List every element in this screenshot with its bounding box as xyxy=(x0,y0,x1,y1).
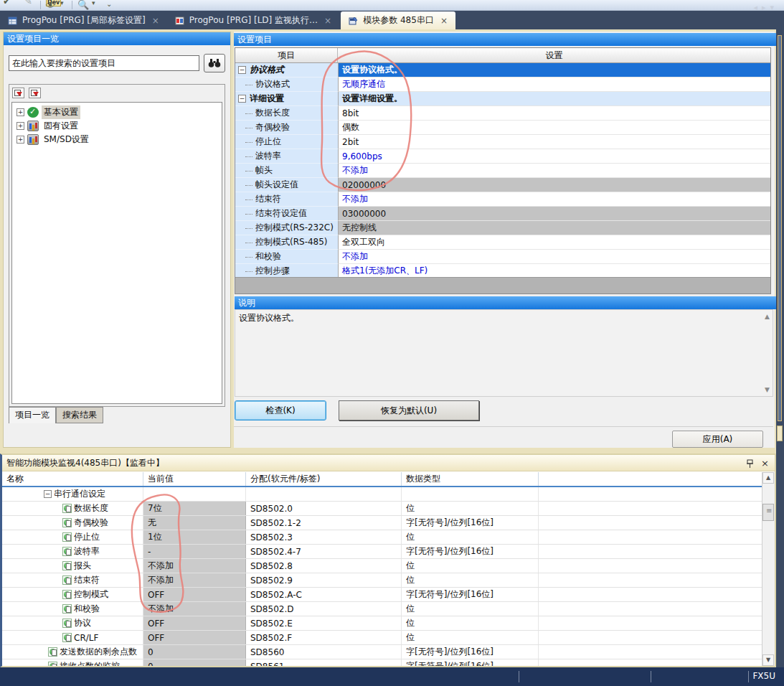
search-input[interactable] xyxy=(9,55,199,71)
setting-item-cell[interactable]: 结束符 xyxy=(235,192,338,207)
monitor-datatype-cell[interactable] xyxy=(402,487,539,501)
settings-row-8[interactable]: 帧头设定值02000000 xyxy=(235,178,770,192)
settings-row-7[interactable]: 帧头不添加 xyxy=(235,164,770,178)
tree-item-SM/SD设置[interactable]: +SM/SD设置 xyxy=(14,133,220,146)
monitor-name-cell[interactable]: 奇偶校验 xyxy=(2,516,143,530)
settings-row-2[interactable]: −详细设置设置详细设置。 xyxy=(235,92,770,106)
monitor-datatype-cell[interactable]: 字[无符号]/位列[16位] xyxy=(402,588,539,601)
document-tab-0[interactable]: ProgPou [PRG] [局部标签设置]× xyxy=(0,11,167,29)
settings-row-5[interactable]: 停止位2bit xyxy=(235,135,770,149)
scroll-down-icon[interactable]: ▼ xyxy=(762,654,774,666)
toolbar-eye-icon[interactable]: 👁 xyxy=(46,0,55,11)
monitor-device-cell[interactable]: SD8502.8 xyxy=(246,559,402,573)
scrollbar-thumb[interactable] xyxy=(762,504,774,521)
setting-value-cell[interactable]: 不添加 xyxy=(338,192,770,207)
setting-value-cell[interactable]: 2bit xyxy=(338,135,770,149)
setting-value-cell[interactable]: 03000000 xyxy=(338,207,770,221)
setting-item-cell[interactable]: 协议格式 xyxy=(235,77,338,92)
left-panel-tab-0[interactable]: 项目一览 xyxy=(9,407,56,423)
monitor-device-cell[interactable]: SD8502.9 xyxy=(246,573,402,587)
toolbar-overflow-icon[interactable]: ⌄ xyxy=(106,0,112,8)
monitor-current-value-cell[interactable]: 不添加 xyxy=(143,573,246,587)
setting-item-cell[interactable]: 控制模式(RS-232C) xyxy=(235,221,338,235)
monitor-current-value-cell[interactable]: OFF xyxy=(143,616,246,630)
tab-scroll-left-icon[interactable]: ◂ xyxy=(753,3,762,12)
monitor-row-7[interactable]: 控制模式OFFSD8502.A-C字[无符号]/位列[16位] xyxy=(2,588,762,602)
description-scroll-down-icon[interactable]: ▼ xyxy=(765,386,770,393)
setting-item-cell[interactable]: 和校验 xyxy=(235,250,338,264)
setting-value-cell[interactable]: 设置详细设置。 xyxy=(338,92,770,106)
setting-value-cell[interactable]: 偶数 xyxy=(338,121,770,135)
setting-item-cell[interactable]: 控制模式(RS-485) xyxy=(235,235,338,250)
setting-value-cell[interactable]: 不添加 xyxy=(338,250,770,264)
monitor-row-3[interactable]: 停止位1位SD8502.3位 xyxy=(2,530,762,545)
setting-value-cell[interactable]: 9,600bps xyxy=(338,149,770,164)
monitor-datatype-cell[interactable]: 位 xyxy=(402,616,539,630)
collapse-icon[interactable]: − xyxy=(238,66,246,74)
setting-item-cell[interactable]: −详细设置 xyxy=(235,92,338,106)
monitor-row-1[interactable]: 数据长度7位SD8502.0位 xyxy=(2,502,762,516)
monitor-current-value-cell[interactable]: 不添加 xyxy=(143,559,246,573)
monitor-current-value-cell[interactable]: 无 xyxy=(143,516,246,530)
setting-value-cell[interactable]: 全双工双向 xyxy=(338,235,770,250)
document-tab-1[interactable]: ProgPou [PRG] [LD] 监视执行…× xyxy=(167,11,339,29)
tab-close-icon[interactable]: × xyxy=(440,16,448,26)
monitor-vertical-scrollbar[interactable]: ▲ ▼ xyxy=(762,472,775,666)
docked-window-chip[interactable] xyxy=(777,426,783,441)
monitor-row-0[interactable]: −串行通信设定 xyxy=(2,487,762,502)
monitor-name-cell[interactable]: 报头 xyxy=(2,559,143,573)
setting-item-cell[interactable]: −协议格式 xyxy=(235,63,338,77)
setting-value-cell[interactable]: 02000000 xyxy=(338,178,770,192)
monitor-device-cell[interactable]: SD8502.0 xyxy=(246,502,402,515)
monitor-name-cell[interactable]: 发送数据的剩余点数 xyxy=(2,645,143,659)
monitor-datatype-cell[interactable]: 位 xyxy=(402,573,539,587)
setting-item-cell[interactable]: 结束符设定值 xyxy=(235,207,338,221)
tab-close-icon[interactable]: × xyxy=(152,16,159,26)
settings-row-13[interactable]: 和校验不添加 xyxy=(235,250,770,264)
setting-item-cell[interactable]: 控制步骤 xyxy=(235,264,338,278)
monitor-name-cell[interactable]: 波特率 xyxy=(2,545,143,558)
close-icon[interactable]: × xyxy=(761,456,769,471)
monitor-device-cell[interactable]: SD8502.E xyxy=(246,616,402,630)
settings-row-6[interactable]: 波特率9,600bps xyxy=(235,149,770,164)
settings-row-4[interactable]: 奇偶校验偶数 xyxy=(235,121,770,135)
settings-row-14[interactable]: 控制步骤格式1(无添加CR、LF) xyxy=(235,264,770,278)
monitor-datatype-cell[interactable]: 字[无符号]/位列[16位] xyxy=(402,516,539,530)
tree-item-固有设置[interactable]: +固有设置 xyxy=(14,119,220,133)
expand-all-icon[interactable] xyxy=(29,88,41,98)
setting-value-cell[interactable]: 格式1(无添加CR、LF) xyxy=(338,264,770,278)
monitor-name-cell[interactable]: 和校验 xyxy=(2,602,143,616)
monitor-current-value-cell[interactable]: 0 xyxy=(143,659,246,666)
monitor-datatype-cell[interactable]: 位 xyxy=(402,530,539,544)
monitor-datatype-cell[interactable]: 字[无符号]/位列[16位] xyxy=(402,545,539,558)
monitor-row-2[interactable]: 奇偶校验无SD8502.1-2字[无符号]/位列[16位] xyxy=(2,516,762,530)
tab-scroll-right-icon[interactable]: ▸ xyxy=(762,3,770,12)
monitor-column-header-1[interactable]: 当前值 xyxy=(143,472,246,486)
monitor-datatype-cell[interactable]: 位 xyxy=(402,631,539,644)
toolbar-eye-dropdown-icon[interactable]: ▾ xyxy=(60,0,64,6)
setting-value-cell[interactable]: 无顺序通信 xyxy=(338,77,770,92)
setting-value-cell[interactable]: 不添加 xyxy=(338,164,770,178)
monitor-current-value-cell[interactable]: - xyxy=(143,545,246,558)
setting-item-cell[interactable]: 帧头 xyxy=(235,164,338,178)
monitor-current-value-cell[interactable]: 0 xyxy=(143,645,246,659)
collapse-icon[interactable]: − xyxy=(44,490,52,498)
monitor-datatype-cell[interactable]: 位 xyxy=(402,602,539,616)
monitor-column-header-3[interactable]: 数据类型 xyxy=(402,472,539,486)
tab-close-icon[interactable]: × xyxy=(324,16,331,26)
monitor-row-10[interactable]: CR/LFOFFSD8502.F位 xyxy=(2,631,762,645)
setting-value-cell[interactable]: 无控制线 xyxy=(338,221,770,235)
monitor-datatype-cell[interactable]: 字[无符号]/位列[16位] xyxy=(402,659,539,666)
left-panel-tab-1[interactable]: 搜索结果 xyxy=(56,407,103,423)
settings-row-12[interactable]: 控制模式(RS-485)全双工双向 xyxy=(235,235,770,250)
monitor-device-cell[interactable]: SD8502.F xyxy=(246,631,402,644)
collapse-all-icon[interactable] xyxy=(12,88,24,98)
monitor-device-cell[interactable]: SD8502.1-2 xyxy=(246,516,402,530)
setting-item-cell[interactable]: 停止位 xyxy=(235,135,338,149)
monitor-current-value-cell[interactable]: 不添加 xyxy=(143,602,246,616)
settings-row-10[interactable]: 结束符设定值03000000 xyxy=(235,207,770,221)
monitor-current-value-cell[interactable]: 1位 xyxy=(143,530,246,544)
document-tab-2[interactable]: 模块参数 485串口× xyxy=(341,11,455,29)
monitor-current-value-cell[interactable]: OFF xyxy=(143,588,246,601)
setting-value-cell[interactable]: 8bit xyxy=(338,106,770,121)
